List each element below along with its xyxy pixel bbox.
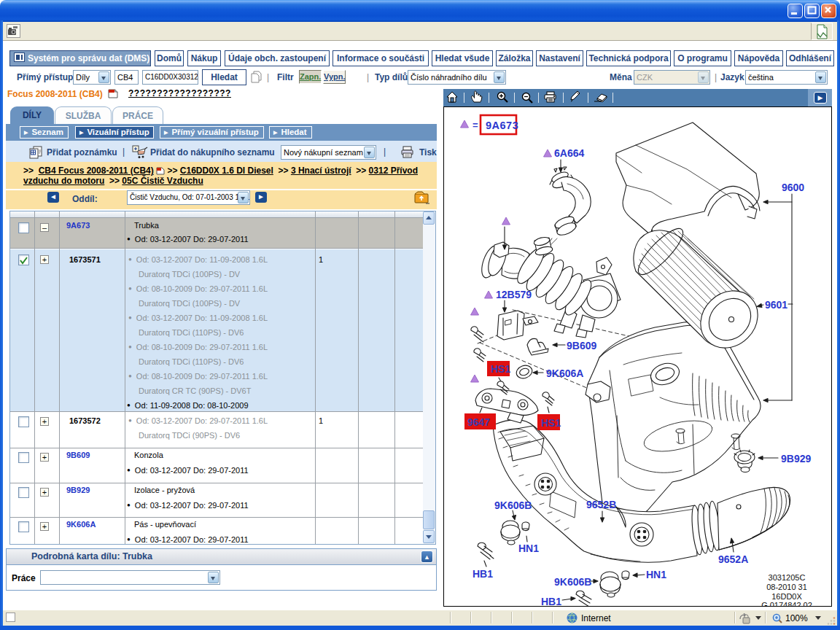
svg-text:9B609: 9B609 [567,340,596,351]
svg-text:HN1: HN1 [518,542,539,554]
svg-text:HN1: HN1 [646,569,666,580]
svg-text:9A673: 9A673 [486,120,518,131]
svg-text:9K606B: 9K606B [494,499,532,511]
svg-text:9652B: 9652B [586,499,616,510]
svg-text:9601: 9601 [765,299,788,311]
svg-text:16DD0X: 16DD0X [771,592,802,601]
svg-text:9B929: 9B929 [781,453,811,464]
svg-text:9K606B: 9K606B [554,576,591,588]
svg-text:9K606A: 9K606A [546,368,583,379]
svg-text:HB1: HB1 [541,596,561,606]
svg-text:HS1: HS1 [541,417,561,429]
svg-text:HS1: HS1 [491,363,510,375]
svg-text:3031205C: 3031205C [769,573,806,582]
svg-text:G 0174842.02: G 0174842.02 [761,601,812,606]
svg-text:08-2010 31: 08-2010 31 [766,583,807,591]
svg-text:6A664: 6A664 [554,147,584,159]
svg-text:12B579: 12B579 [496,289,532,300]
svg-text:9647: 9647 [467,416,490,428]
svg-text:9600: 9600 [782,182,804,193]
svg-text:HB1: HB1 [472,568,493,580]
svg-text:=: = [472,120,478,131]
svg-text:9652A: 9652A [718,553,748,565]
